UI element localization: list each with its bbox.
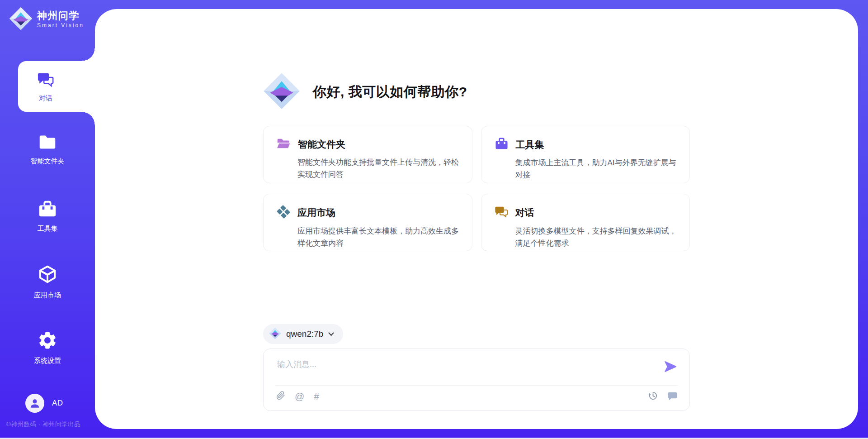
history-button[interactable] xyxy=(648,391,658,402)
brand-subtitle: Smart Vision xyxy=(37,23,84,29)
folder-open-icon xyxy=(276,137,291,152)
greeting-title: 你好, 我可以如何帮助你? xyxy=(313,83,467,101)
diamond-logo-icon xyxy=(9,7,33,32)
card-description: 集成市场上主流工具，助力AI与外界无缝扩展与对接 xyxy=(515,157,677,181)
card-title: 对话 xyxy=(515,206,534,219)
history-icon xyxy=(648,391,658,402)
brand: 神州问学 Smart Vision xyxy=(9,7,84,32)
at-icon: @ xyxy=(295,391,304,401)
model-name: qwen2:7b xyxy=(286,329,323,339)
model-selector[interactable]: qwen2:7b xyxy=(263,324,343,344)
sidebar-item-label: 对话 xyxy=(39,94,52,103)
user-name: AD xyxy=(52,399,63,408)
chevron-down-icon xyxy=(328,330,334,338)
feature-cards: 智能文件夹 智能文件夹功能支持批量文件上传与清洗，轻松实现文件问答 工具集 xyxy=(263,126,690,251)
grid-cube-icon xyxy=(276,205,291,221)
toolbox-icon xyxy=(37,200,58,220)
topic-button[interactable]: # xyxy=(314,391,319,401)
hash-icon: # xyxy=(314,391,319,401)
tab-connector-bottom xyxy=(82,112,95,124)
folder-icon xyxy=(38,133,57,153)
attach-file-button[interactable] xyxy=(276,391,285,402)
composer-divider xyxy=(275,385,678,386)
app-window: 神州问学 Smart Vision 对话 xyxy=(0,0,868,439)
sidebar-item-toolbox[interactable]: 工具集 xyxy=(0,200,95,233)
sidebar-item-chat[interactable]: 对话 xyxy=(18,61,95,112)
sidebar-item-label: 工具集 xyxy=(38,224,58,233)
send-icon xyxy=(663,368,678,375)
message-composer: @ # xyxy=(263,348,690,411)
sidebar-item-label: 系统设置 xyxy=(34,357,61,365)
card-description: 智能文件夹功能支持批量文件上传与清洗，轻松实现文件问答 xyxy=(297,156,459,181)
copyright: ©神州数码 · 神州问学出品 xyxy=(6,420,101,429)
sidebar-item-settings[interactable]: 系统设置 xyxy=(0,330,95,365)
user-avatar-icon xyxy=(25,394,44,413)
send-button[interactable] xyxy=(663,359,678,375)
gear-icon xyxy=(37,330,58,352)
card-title: 工具集 xyxy=(516,138,544,151)
card-smart-folder[interactable]: 智能文件夹 智能文件夹功能支持批量文件上传与清洗，轻松实现文件问答 xyxy=(263,126,472,183)
message-input[interactable] xyxy=(276,358,644,382)
diamond-logo-icon xyxy=(263,72,300,111)
cube-icon xyxy=(37,264,58,286)
card-title: 智能文件夹 xyxy=(298,138,345,151)
card-toolbox[interactable]: 工具集 集成市场上主流工具，助力AI与外界无缝扩展与对接 xyxy=(481,126,690,183)
card-app-market[interactable]: 应用市场 应用市场提供丰富长文本模板，助力高效生成多样化文章内容 xyxy=(263,194,472,251)
card-chat[interactable]: 对话 灵活切换多模型文件，支持多样回复效果调试，满足个性化需求 xyxy=(481,194,690,251)
tab-connector-top xyxy=(82,48,95,61)
diamond-logo-icon xyxy=(269,327,281,341)
chat-bubble-icon xyxy=(667,391,678,402)
brand-name: 神州问学 xyxy=(37,10,84,21)
chat-icon xyxy=(494,205,509,221)
sidebar-item-label: 应用市场 xyxy=(34,291,61,300)
new-chat-button[interactable] xyxy=(667,391,678,402)
card-description: 灵活切换多模型文件，支持多样回复效果调试，满足个性化需求 xyxy=(515,225,677,249)
greeting: 你好, 我可以如何帮助你? xyxy=(263,72,467,111)
chat-icon xyxy=(37,71,55,91)
paperclip-icon xyxy=(276,391,285,402)
card-title: 应用市场 xyxy=(297,206,335,219)
main-panel: 你好, 我可以如何帮助你? 智能文件夹 智能文件夹功能支持批量文件上传与清洗，轻… xyxy=(95,9,858,429)
card-description: 应用市场提供丰富长文本模板，助力高效生成多样化文章内容 xyxy=(297,225,459,249)
mention-button[interactable]: @ xyxy=(295,391,304,401)
sidebar-item-app-market[interactable]: 应用市场 xyxy=(0,264,95,300)
sidebar-item-smart-folder[interactable]: 智能文件夹 xyxy=(0,133,95,166)
user-account[interactable]: AD xyxy=(25,394,63,413)
sidebar-item-label: 智能文件夹 xyxy=(31,157,65,166)
toolbox-icon xyxy=(494,137,509,153)
